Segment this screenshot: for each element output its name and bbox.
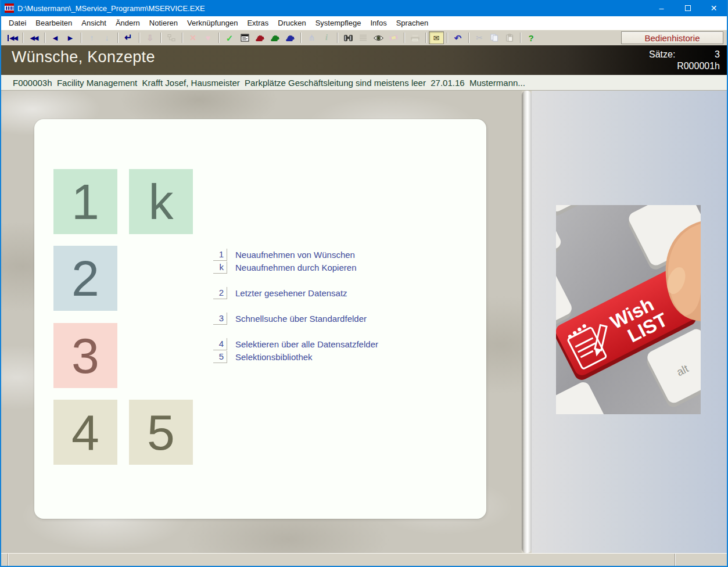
menubar-item-systempflege[interactable]: Systempflege [311,17,366,29]
status-cell-right [675,554,727,566]
toolbar-separator [404,33,404,43]
cut-button: ✂ [472,31,487,44]
menubar-item-bearbeiten[interactable]: Bearbeiten [31,17,77,29]
action-panel: 1k2345 1Neuaufnehmen von WünschenkNeuauf… [34,119,486,519]
menubar-item-notieren[interactable]: Notieren [145,17,182,29]
action-key: 2 [213,287,227,299]
action-label: Schnellsuche über Standardfelder [235,314,367,324]
delete-button: ✕ [185,31,200,44]
fast-rewind-button[interactable]: ◀◀ [26,31,41,44]
favorite-button: ♥ [200,31,216,44]
previous-record-button[interactable]: ◀ [48,31,63,44]
mail-button[interactable]: ✉ [429,31,444,44]
next-record-button[interactable]: ▶ [63,31,78,44]
maximize-button[interactable] [675,0,701,16]
undo-button[interactable]: ↶ [450,31,465,44]
action-key: 5 [213,351,227,363]
action-5[interactable]: 5Selektionsbibliothek [213,350,378,363]
action-key: k [213,261,227,274]
close-button[interactable]: ✕ [701,0,727,16]
menubar-item-drucken[interactable]: Drucken [273,17,310,29]
right-panel: ç alt [532,91,727,553]
menubar-item-sprachen[interactable]: Sprachen [392,17,433,29]
menubar-item-datei[interactable]: Datei [4,17,31,29]
squirrel-green-button[interactable] [267,31,282,44]
confirm-button[interactable]: ✓ [222,31,237,44]
action-label: Selektieren über alle Datensatzfelder [235,339,378,349]
current-record-bar: F000003h Facility Management Krafft Jose… [1,75,727,91]
splitter-bar[interactable] [522,91,532,553]
app-icon [5,3,14,13]
toolbar-separator [425,33,426,43]
page-title: Wünsche, Konzepte [12,48,155,75]
menubar-item-ansicht[interactable]: Ansicht [77,17,111,29]
minimize-button[interactable]: – [648,0,675,16]
page-header: Wünsche, Konzepte Sätze: 3 R000001h [1,45,727,75]
action-group: 2Letzter gesehener Datensatz [213,286,378,299]
share-button: ⋔ [304,31,319,44]
squirrel-blue-button[interactable] [282,31,297,44]
shortcut-tile-k[interactable]: k [129,169,193,234]
window-controls: – ✕ [648,0,727,16]
records-count: 3 [715,49,720,60]
print-button [407,31,422,44]
record-number: R000001h [649,60,720,72]
list-button [356,31,371,44]
help-button[interactable]: ? [523,31,539,44]
first-record-button[interactable]: ◀◀ [5,31,20,44]
move-up-button: ↑ [84,31,99,44]
workspace: 1k2345 1Neuaufnehmen von WünschenkNeuauf… [1,91,522,553]
copy-button [487,31,502,44]
menubar-item-verknpfungen[interactable]: Verknüpfungen [182,17,242,29]
action-3[interactable]: 3Schnellsuche über Standardfelder [213,312,378,325]
toolbar-separator [182,33,182,43]
move-down-button: ↓ [99,31,114,44]
status-cell-main [8,554,675,566]
squirrel-red-button[interactable] [252,31,267,44]
action-4[interactable]: 4Selektieren über alle Datensatzfelder [213,338,378,350]
action-group: 4Selektieren über alle Datensatzfelder5S… [213,338,378,363]
filter-button [386,31,401,44]
action-list: 1Neuaufnehmen von WünschenkNeuaufnehmen … [213,248,378,376]
shortcut-tile-5[interactable]: 5 [129,400,193,465]
toolbar-separator [117,33,118,43]
toolbar-separator [81,33,81,43]
form-button[interactable] [237,31,252,44]
statusbar [1,553,727,566]
toolbar-separator [160,33,161,43]
view-button[interactable] [371,31,386,44]
current-record-text: F000003h Facility Management Krafft Jose… [13,78,525,88]
search-button[interactable] [340,31,356,44]
return-button[interactable]: ↵ [121,31,136,44]
action-key: 4 [213,338,227,350]
toolbar-separator [337,33,338,43]
maximize-icon [685,5,691,11]
toolbar-separator [520,33,521,43]
action-1[interactable]: 1Neuaufnehmen von Wünschen [213,248,378,261]
menubar-item-ndern[interactable]: Ändern [111,17,145,29]
action-group: 3Schnellsuche über Standardfelder [213,312,378,325]
menubar: DateiBearbeitenAnsichtÄndernNotierenVerk… [1,16,727,30]
shortcut-tile-2[interactable]: 2 [53,246,117,311]
toolbar-separator [300,33,301,43]
shortcut-tile-4[interactable]: 4 [53,400,117,465]
action-group: 1Neuaufnehmen von WünschenkNeuaufnehmen … [213,248,378,274]
toolbar-separator [44,33,45,43]
action-key: 1 [213,249,227,261]
records-label: Sätze: [649,49,675,60]
record-stats: Sätze: 3 R000001h [649,48,720,75]
menubar-item-infos[interactable]: Infos [365,17,391,29]
toolbar-buttons: ◀◀◀◀◀▶↑↓↵⇩✕♥✓⋔i✉↶✂? [5,31,539,44]
window-title: D:\Mustermann\_MService_Programm\MSERVIC… [17,4,205,13]
bedienhistorie-button[interactable]: Bedienhistorie [621,31,723,44]
paste-button [502,31,517,44]
shortcut-tile-3[interactable]: 3 [53,323,117,388]
status-cell-left [1,554,8,566]
action-k[interactable]: kNeuaufnehmen durch Kopieren [213,261,378,274]
shortcut-tile-1[interactable]: 1 [53,169,117,234]
action-key: 3 [213,313,227,325]
wish-list-photo: ç alt [556,205,701,414]
action-label: Neuaufnehmen von Wünschen [235,250,355,260]
action-2[interactable]: 2Letzter gesehener Datensatz [213,286,378,299]
menubar-item-extras[interactable]: Extras [242,17,273,29]
